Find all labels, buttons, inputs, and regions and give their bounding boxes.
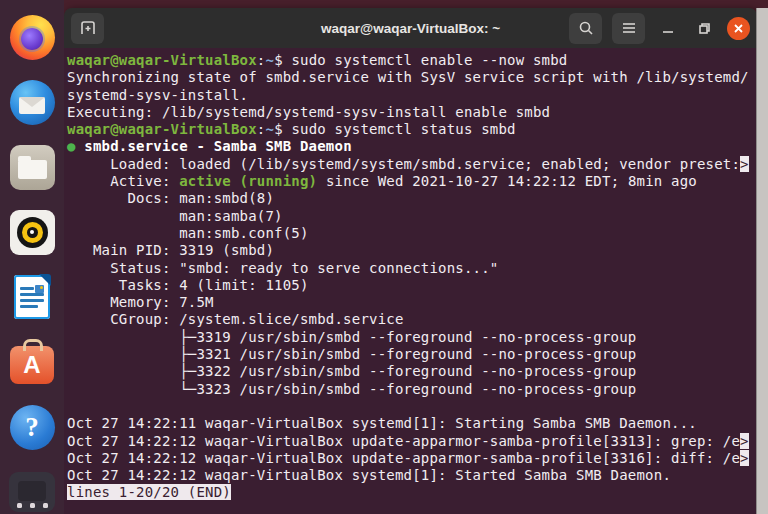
dock: A ? xyxy=(0,0,64,514)
dock-item-thunderbird[interactable] xyxy=(9,79,55,125)
maximize-button[interactable] xyxy=(691,15,717,41)
terminal-line: Main PID: 3319 (smbd) xyxy=(67,242,757,259)
terminal-line: systemd-sysv-install. xyxy=(67,87,757,104)
new-tab-icon xyxy=(79,20,97,36)
dock-item-rhythmbox[interactable] xyxy=(9,209,55,255)
files-icon xyxy=(10,145,55,190)
terminal-line: lines 1-20/20 (END) xyxy=(67,484,757,501)
restore-window-icon xyxy=(698,22,711,35)
terminal-line: Oct 27 14:22:12 waqar-VirtualBox update-… xyxy=(67,450,757,467)
terminal-line: waqar@waqar-VirtualBox:~$ sudo systemctl… xyxy=(67,52,757,69)
rhythmbox-icon xyxy=(10,210,55,255)
terminal-line: Oct 27 14:22:12 waqar-VirtualBox update-… xyxy=(67,433,757,450)
terminal-line: man:samba(7) xyxy=(67,208,757,225)
terminal-line: man:smb.conf(5) xyxy=(67,225,757,242)
terminal-line xyxy=(67,398,757,415)
show-applications-icon[interactable] xyxy=(0,503,64,508)
minimize-icon xyxy=(662,22,674,34)
terminal-line: Oct 27 14:22:11 waqar-VirtualBox systemd… xyxy=(67,415,757,432)
terminal-line: Loaded: loaded (/lib/systemd/system/smbd… xyxy=(67,156,757,173)
terminal-window: waqar@waqar-VirtualBox: ~ xyxy=(64,8,757,514)
terminal-line: Status: "smbd: ready to serve connection… xyxy=(67,260,757,277)
terminal-line: Memory: 7.5M xyxy=(67,294,757,311)
close-button[interactable] xyxy=(727,17,750,40)
minimize-button[interactable] xyxy=(655,15,681,41)
dock-item-files[interactable] xyxy=(9,144,55,190)
terminal-output[interactable]: waqar@waqar-VirtualBox:~$ sudo systemctl… xyxy=(64,48,757,514)
terminal-line: └─3323 /usr/sbin/smbd --foreground --no-… xyxy=(67,381,757,398)
terminal-line: Executing: /lib/systemd/systemd-sysv-ins… xyxy=(67,104,757,121)
help-icon: ? xyxy=(10,405,55,450)
terminal-line: Tasks: 4 (limit: 1105) xyxy=(67,277,757,294)
terminal-line: Docs: man:smbd(8) xyxy=(67,190,757,207)
terminal-line: ├─3322 /usr/sbin/smbd --foreground --no-… xyxy=(67,363,757,380)
terminal-line: ● smbd.service - Samba SMB Daemon xyxy=(67,138,757,155)
terminal-line: ├─3319 /usr/sbin/smbd --foreground --no-… xyxy=(67,329,757,346)
terminal-line: waqar@waqar-VirtualBox:~$ sudo systemctl… xyxy=(67,121,757,138)
dock-item-libreoffice-writer[interactable] xyxy=(9,274,55,320)
ubuntu-software-icon: A xyxy=(10,346,54,384)
scrollbar[interactable] xyxy=(756,8,768,514)
dock-item-help[interactable]: ? xyxy=(9,404,55,450)
search-icon xyxy=(578,20,594,36)
thunderbird-icon xyxy=(10,80,55,125)
search-button[interactable] xyxy=(569,13,602,44)
terminal-line: ├─3321 /usr/sbin/smbd --foreground --no-… xyxy=(67,346,757,363)
libreoffice-writer-icon xyxy=(14,275,50,319)
terminal-line: Oct 27 14:22:12 waqar-VirtualBox systemd… xyxy=(67,467,757,484)
dock-item-firefox[interactable] xyxy=(9,14,55,60)
menu-button[interactable] xyxy=(612,13,645,44)
terminal-line: Active: active (running) since Wed 2021-… xyxy=(67,173,757,190)
dock-item-ubuntu-software[interactable]: A xyxy=(9,339,55,385)
firefox-icon xyxy=(10,15,55,60)
new-tab-button[interactable] xyxy=(71,13,104,44)
titlebar[interactable]: waqar@waqar-VirtualBox: ~ xyxy=(64,8,757,48)
close-icon xyxy=(733,23,744,34)
terminal-line: CGroup: /system.slice/smbd.service xyxy=(67,311,757,328)
hamburger-menu-icon xyxy=(622,22,636,34)
terminal-line: Synchronizing state of smbd.service with… xyxy=(67,69,757,86)
